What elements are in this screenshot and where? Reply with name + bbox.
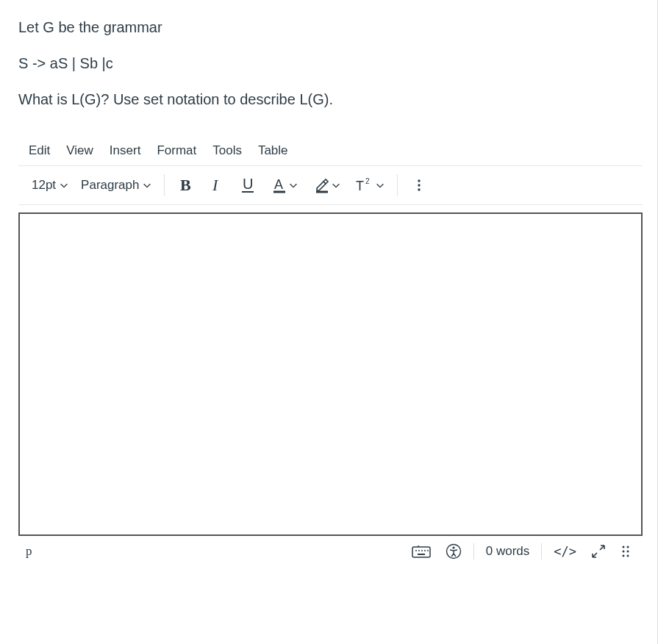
more-tools-button[interactable]	[404, 172, 435, 198]
html-view-button[interactable]: </>	[546, 544, 584, 559]
chevron-down-icon	[288, 180, 298, 190]
text-color-icon: A	[271, 176, 288, 194]
editor-toolbar: 12pt Paragraph B I U A	[18, 166, 643, 205]
editor-statusbar: p 0 words </>	[18, 536, 643, 561]
bold-button[interactable]: B	[171, 172, 201, 198]
superscript-icon: T 2	[354, 176, 375, 194]
svg-text:U: U	[243, 176, 253, 192]
accessibility-icon	[446, 543, 462, 559]
block-format-select[interactable]: Paragraph	[75, 175, 158, 196]
accessibility-checker-button[interactable]	[438, 543, 469, 559]
chevron-down-icon	[142, 180, 152, 190]
expand-icon	[591, 544, 606, 559]
menu-edit[interactable]: Edit	[29, 143, 50, 158]
block-format-label: Paragraph	[81, 178, 139, 193]
superscript-button[interactable]: T 2	[348, 172, 391, 198]
bold-icon: B	[177, 176, 195, 194]
svg-point-15	[421, 550, 423, 551]
svg-text:A: A	[274, 177, 283, 192]
kebab-icon	[412, 178, 426, 193]
svg-point-9	[418, 179, 421, 182]
font-size-label: 12pt	[32, 178, 56, 193]
word-count[interactable]: 0 words	[479, 544, 537, 559]
question-line-3: What is L(G)? Use set notation to descri…	[18, 90, 643, 110]
keyboard-icon	[412, 544, 431, 559]
menu-format[interactable]: Format	[157, 143, 196, 158]
statusbar-separator	[541, 543, 542, 559]
rich-text-editor: Edit View Insert Format Tools Table 12pt…	[18, 139, 643, 561]
svg-text:B: B	[180, 176, 191, 194]
element-path[interactable]: p	[23, 544, 32, 559]
underline-button[interactable]: U	[232, 172, 263, 198]
svg-text:T: T	[356, 179, 364, 193]
html-view-label: </>	[554, 544, 576, 559]
svg-rect-12	[412, 547, 430, 557]
question-prompt: Let G be the grammar S -> aS | Sb |c Wha…	[18, 18, 643, 110]
svg-point-25	[627, 551, 629, 553]
question-line-1: Let G be the grammar	[18, 18, 643, 37]
text-color-button[interactable]: A	[263, 172, 306, 198]
chevron-down-icon	[331, 180, 341, 190]
svg-point-14	[418, 550, 420, 551]
font-size-select[interactable]: 12pt	[26, 175, 75, 196]
toolbar-separator	[397, 174, 398, 196]
question-line-2: S -> aS | Sb |c	[18, 54, 643, 74]
keyboard-shortcuts-button[interactable]	[404, 544, 438, 559]
menu-view[interactable]: View	[66, 143, 93, 158]
svg-text:2: 2	[365, 177, 370, 185]
menu-insert[interactable]: Insert	[110, 143, 141, 158]
highlighter-icon	[313, 176, 331, 194]
svg-point-23	[627, 546, 629, 548]
italic-icon: I	[208, 176, 226, 194]
menu-tools[interactable]: Tools	[212, 143, 242, 158]
resize-handle[interactable]	[613, 544, 638, 559]
svg-point-11	[418, 188, 421, 190]
svg-point-27	[627, 555, 629, 557]
svg-point-21	[452, 546, 454, 548]
svg-point-16	[424, 550, 426, 551]
drag-handle-icon	[621, 544, 631, 559]
chevron-down-icon	[59, 180, 69, 190]
editor-content-area[interactable]	[18, 212, 643, 536]
svg-point-26	[623, 555, 625, 557]
svg-rect-18	[418, 554, 425, 555]
svg-text:I: I	[212, 176, 219, 194]
italic-button[interactable]: I	[201, 172, 232, 198]
highlight-color-button[interactable]	[306, 172, 348, 198]
toolbar-separator	[164, 174, 165, 196]
chevron-down-icon	[375, 180, 385, 190]
svg-point-10	[418, 184, 421, 186]
svg-point-22	[623, 546, 625, 548]
underline-icon: U	[239, 176, 257, 194]
fullscreen-button[interactable]	[584, 544, 613, 559]
svg-point-24	[623, 551, 625, 553]
statusbar-separator	[473, 543, 474, 559]
svg-point-13	[415, 550, 417, 551]
menu-table[interactable]: Table	[258, 143, 288, 158]
editor-menubar: Edit View Insert Format Tools Table	[18, 139, 643, 166]
svg-point-17	[427, 550, 429, 551]
